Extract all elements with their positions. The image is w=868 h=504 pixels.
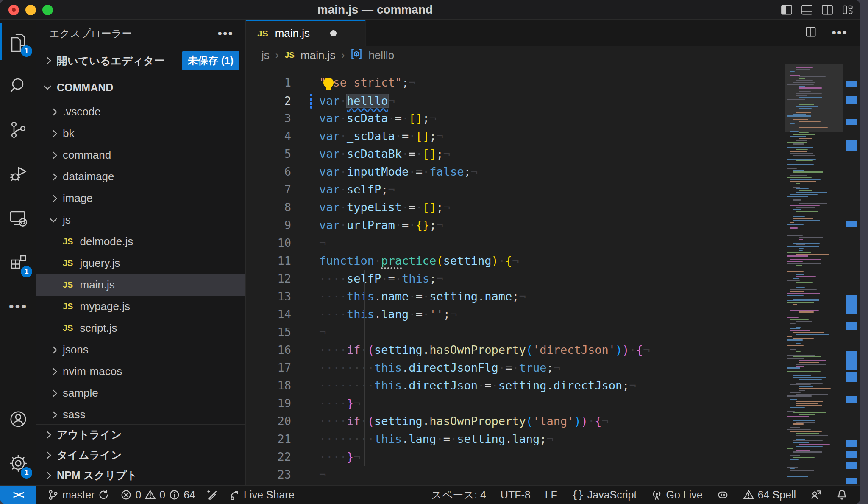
toggle-panel-icon[interactable] <box>800 3 814 18</box>
tree-item--vscode[interactable]: .vscode <box>36 101 245 123</box>
code-line-13[interactable]: 13····this.name·=·setting.name;¬ <box>246 288 785 305</box>
problems-status[interactable]: 0 0 64 <box>120 489 195 501</box>
code-line-19[interactable]: 19····}¬ <box>246 395 785 412</box>
notifications-bell-icon[interactable] <box>836 489 848 501</box>
indentation-status[interactable]: スペース: 4 <box>431 488 486 502</box>
minimap-line <box>799 286 831 286</box>
code-line-11[interactable]: 11function·practice(setting)·{¬ <box>246 252 785 270</box>
explorer-sidebar: エクスプローラー ••• 開いているエディター 未保存 (1) COMMAND … <box>36 20 246 485</box>
code-line-16[interactable]: 16····if·(setting.hasOwnProperty('direct… <box>246 341 785 359</box>
code-line-5[interactable]: 5var·scDataBk·=·[];¬ <box>246 145 785 163</box>
code-text: ····selfP·=·this;¬ <box>319 270 443 288</box>
split-editor-icon[interactable] <box>804 25 817 40</box>
branch-status[interactable]: master <box>47 489 109 501</box>
tree-item-dataimage[interactable]: dataimage <box>36 166 245 188</box>
workspace-root-section[interactable]: COMMAND <box>36 74 245 101</box>
encoding-status[interactable]: UTF-8 <box>501 489 531 501</box>
code-token: } <box>347 450 353 463</box>
code-line-22[interactable]: 22····}¬ <box>246 448 785 466</box>
minimap-line <box>790 151 807 152</box>
code-token: { <box>505 254 512 267</box>
feedback-icon[interactable] <box>810 489 822 501</box>
code-line-8[interactable]: 8var·typeList·=·[];¬ <box>246 199 785 216</box>
code-token: [] <box>416 129 430 143</box>
code-token: · <box>381 272 388 285</box>
code-line-20[interactable]: 20····if·(setting.hasOwnProperty('lang')… <box>246 412 785 430</box>
tree-item-sass[interactable]: sass <box>36 404 245 424</box>
code-line-10[interactable]: 10¬ <box>246 234 785 252</box>
minimap-line <box>796 93 822 94</box>
extensions-icon[interactable]: 1 <box>0 240 36 284</box>
code-line-23[interactable]: 23¬ <box>246 466 785 484</box>
tree-item-jsons[interactable]: jsons <box>36 339 245 361</box>
more-actions-icon[interactable]: ••• <box>0 284 36 328</box>
code-area[interactable]: 1"use strict";¬2var·helllo¬3var·scData·=… <box>246 64 860 485</box>
run-debug-icon[interactable] <box>0 152 36 196</box>
code-line-4[interactable]: 4var·_scData·=·[];¬ <box>246 127 785 145</box>
language-status[interactable]: {} JavaScript <box>572 489 637 501</box>
minimap-line <box>793 420 815 421</box>
minimap-line <box>796 351 801 352</box>
code-token: true <box>519 361 546 374</box>
minimap-line <box>790 384 811 385</box>
code-line-15[interactable]: 15¬ <box>246 323 785 341</box>
code-token: ; <box>436 201 443 214</box>
search-icon[interactable] <box>0 64 36 108</box>
npm-scripts-section[interactable]: NPM スクリプト <box>36 465 245 485</box>
settings-gear-icon[interactable]: 1 <box>0 441 36 485</box>
code-line-12[interactable]: 12····selfP·=·this;¬ <box>246 270 785 288</box>
explorer-more-icon[interactable]: ••• <box>217 20 234 48</box>
split-editor-layout-icon[interactable] <box>821 3 834 18</box>
eol-status[interactable]: LF <box>545 489 557 501</box>
breadcrumb-file[interactable]: main.js <box>300 49 335 62</box>
minimap-line <box>793 299 819 300</box>
code-token: if <box>347 414 361 428</box>
lightbulb-icon[interactable] <box>321 76 336 93</box>
timeline-section[interactable]: タイムライン <box>36 445 245 465</box>
minimap-line <box>793 356 821 357</box>
code-line-21[interactable]: 21········this.lang·=·setting.lang;¬ <box>246 430 785 448</box>
minimap-line <box>790 181 816 182</box>
tree-item-js[interactable]: js <box>36 209 245 231</box>
accounts-icon[interactable] <box>0 397 36 441</box>
tree-item-command[interactable]: command <box>36 144 245 166</box>
pen-strike-icon[interactable] <box>206 489 218 501</box>
code-token: = <box>484 379 491 392</box>
copilot-icon[interactable] <box>717 489 729 501</box>
editor-more-icon[interactable]: ••• <box>832 25 848 40</box>
remote-explorer-icon[interactable] <box>0 196 36 240</box>
toggle-sidebar-icon[interactable] <box>780 3 793 18</box>
open-editors-section[interactable]: 開いているエディター 未保存 (1) <box>36 48 245 74</box>
code-line-9[interactable]: 9var·urlPram·=·{};¬ <box>246 216 785 234</box>
outline-section[interactable]: アウトライン <box>36 424 245 445</box>
live-share-status[interactable]: Live Share <box>229 489 295 501</box>
source-control-icon[interactable] <box>0 108 36 152</box>
code-token: ¬ <box>519 290 526 303</box>
remote-indicator[interactable]: >< <box>0 486 36 504</box>
minimap-line <box>787 411 795 412</box>
tree-item-sample[interactable]: sample <box>36 382 245 404</box>
breadcrumb-folder[interactable]: js <box>262 49 270 62</box>
code-line-7[interactable]: 7var·selfP;¬ <box>246 181 785 199</box>
extensions-badge: 1 <box>21 266 32 277</box>
minimap[interactable] <box>785 64 843 485</box>
tree-item-image[interactable]: image <box>36 188 245 209</box>
tree-item-nvim-macos[interactable]: nvim-macos <box>36 361 245 382</box>
explorer-icon[interactable]: 1 <box>0 20 36 64</box>
outline-label: アウトライン <box>57 428 122 442</box>
code-line-2[interactable]: 2var·helllo¬ <box>246 92 785 109</box>
code-line-18[interactable]: 18········this.directJson·=·setting.dire… <box>246 377 785 395</box>
code-line-3[interactable]: 3var·scData·=·[];¬ <box>246 109 785 127</box>
dirty-indicator-icon[interactable] <box>330 30 337 36</box>
code-line-14[interactable]: 14····this.lang·=·'';¬ <box>246 305 785 323</box>
code-line-17[interactable]: 17········this.directJsonFlg·=·true;¬ <box>246 359 785 377</box>
tree-item-bk[interactable]: bk <box>36 123 245 144</box>
breadcrumb-symbol[interactable]: helllo <box>368 49 394 62</box>
go-live-status[interactable]: Go Live <box>651 489 702 501</box>
tab-main-js[interactable]: JS main.js <box>246 20 366 46</box>
spell-checker-status[interactable]: 64 Spell <box>743 489 796 501</box>
code-line-6[interactable]: 6var·inputMode·=·false;¬ <box>246 163 785 181</box>
go-live-label: Go Live <box>666 489 702 501</box>
customize-layout-icon[interactable] <box>841 3 854 18</box>
chevron-right-icon <box>50 411 57 418</box>
